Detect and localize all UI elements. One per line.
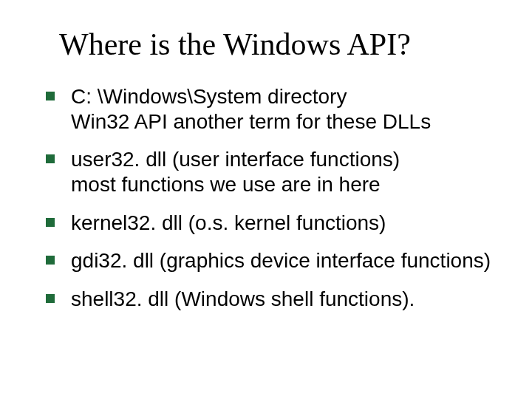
bullet-line: kernel32. dll (o.s. kernel functions) <box>71 211 497 236</box>
list-item: shell32. dll (Windows shell functions). <box>41 287 497 312</box>
bullet-line: C: \Windows\System directory <box>71 84 497 109</box>
bullet-line: Win32 API another term for these DLLs <box>71 109 497 134</box>
bullet-line: user32. dll (user interface functions) <box>71 147 497 172</box>
bullet-line: gdi32. dll (graphics device interface fu… <box>71 248 497 273</box>
list-item: gdi32. dll (graphics device interface fu… <box>41 248 497 273</box>
list-item: kernel32. dll (o.s. kernel functions) <box>41 211 497 236</box>
slide: Where is the Windows API? C: \Windows\Sy… <box>0 0 532 399</box>
slide-title: Where is the Windows API? <box>59 27 497 62</box>
bullet-line: shell32. dll (Windows shell functions). <box>71 287 497 312</box>
bullet-list: C: \Windows\System directory Win32 API a… <box>41 84 497 311</box>
list-item: C: \Windows\System directory Win32 API a… <box>41 84 497 134</box>
bullet-line: most functions we use are in here <box>71 172 497 197</box>
list-item: user32. dll (user interface functions) m… <box>41 147 497 197</box>
